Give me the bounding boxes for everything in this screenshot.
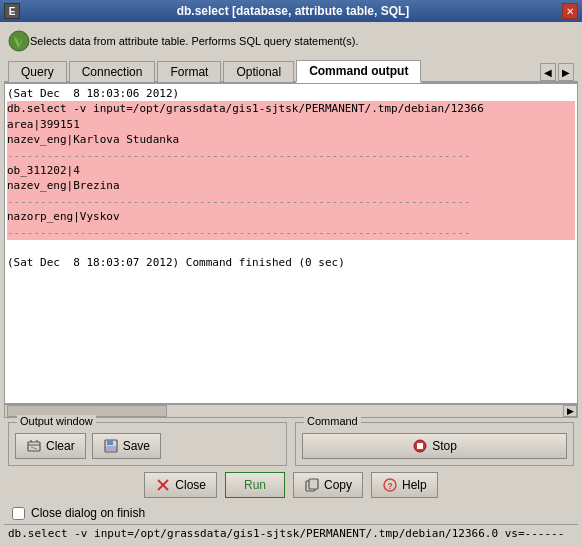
status-bar: db.select -v input=/opt/grassdata/gis1-s… bbox=[4, 524, 578, 542]
help-button[interactable]: ? Help bbox=[371, 472, 438, 498]
save-label: Save bbox=[123, 439, 150, 453]
output-window-label: Output window bbox=[17, 415, 96, 427]
info-bar: Selects data from attribute table. Perfo… bbox=[4, 26, 578, 58]
stop-icon bbox=[412, 438, 428, 454]
output-line: ----------------------------------------… bbox=[7, 148, 575, 163]
tab-next-button[interactable]: ▶ bbox=[558, 63, 574, 81]
help-label: Help bbox=[402, 478, 427, 492]
output-line: nazev_eng|Karlova Studanka bbox=[7, 132, 575, 147]
close-window-button[interactable]: ✕ bbox=[562, 3, 578, 19]
titlebar: E db.select [database, attribute table, … bbox=[0, 0, 582, 22]
close-dialog-label[interactable]: Close dialog on finish bbox=[31, 506, 145, 520]
window-title: db.select [database, attribute table, SQ… bbox=[24, 4, 562, 18]
close-button[interactable]: Close bbox=[144, 472, 217, 498]
copy-label: Copy bbox=[324, 478, 352, 492]
output-line: ob_311202|4 bbox=[7, 163, 575, 178]
clear-icon bbox=[26, 438, 42, 454]
close-dialog-checkbox[interactable] bbox=[12, 507, 25, 520]
output-line: ----------------------------------------… bbox=[7, 225, 575, 240]
tab-query[interactable]: Query bbox=[8, 61, 67, 82]
output-line: nazev_eng|Brezina bbox=[7, 178, 575, 193]
close-label: Close bbox=[175, 478, 206, 492]
svg-text:?: ? bbox=[387, 481, 393, 491]
svg-rect-7 bbox=[107, 440, 113, 445]
info-text: Selects data from attribute table. Perfo… bbox=[30, 35, 359, 47]
output-line: db.select -v input=/opt/grassdata/gis1-s… bbox=[7, 101, 575, 116]
controls-row: Output window Clear bbox=[8, 422, 574, 466]
output-content: (Sat Dec 8 18:03:06 2012) db.select -v i… bbox=[5, 84, 577, 403]
checkbox-row: Close dialog on finish bbox=[8, 504, 574, 522]
close-icon bbox=[155, 477, 171, 493]
tab-optional[interactable]: Optional bbox=[223, 61, 294, 82]
command-label: Command bbox=[304, 415, 361, 427]
svg-rect-8 bbox=[106, 446, 116, 451]
tab-format[interactable]: Format bbox=[157, 61, 221, 82]
app-icon: E bbox=[4, 3, 20, 19]
save-icon bbox=[103, 438, 119, 454]
output-line bbox=[7, 240, 575, 255]
svg-rect-10 bbox=[417, 443, 423, 449]
run-button[interactable]: Run bbox=[225, 472, 285, 498]
svg-rect-1 bbox=[28, 442, 40, 451]
tabs-container: Query Connection Format Optional Command… bbox=[4, 58, 578, 83]
bottom-section: Output window Clear bbox=[4, 418, 578, 524]
tab-nav-buttons: ◀ ▶ bbox=[540, 63, 574, 81]
tab-prev-button[interactable]: ◀ bbox=[540, 63, 556, 81]
stop-button[interactable]: Stop bbox=[302, 433, 567, 459]
scroll-right-button[interactable]: ▶ bbox=[563, 405, 577, 417]
status-text: db.select -v input=/opt/grassdata/gis1-s… bbox=[8, 527, 564, 540]
tab-connection[interactable]: Connection bbox=[69, 61, 156, 82]
svg-rect-14 bbox=[309, 479, 318, 489]
command-group: Command Stop bbox=[295, 422, 574, 466]
output-line: nazorp_eng|Vyskov bbox=[7, 209, 575, 224]
tab-command-output[interactable]: Command output bbox=[296, 60, 421, 83]
copy-icon bbox=[304, 477, 320, 493]
svg-line-5 bbox=[31, 447, 37, 449]
clear-button[interactable]: Clear bbox=[15, 433, 86, 459]
grass-icon bbox=[8, 30, 30, 52]
output-window-group: Output window Clear bbox=[8, 422, 287, 466]
output-line: area|399151 bbox=[7, 117, 575, 132]
help-icon: ? bbox=[382, 477, 398, 493]
copy-button[interactable]: Copy bbox=[293, 472, 363, 498]
save-button[interactable]: Save bbox=[92, 433, 161, 459]
main-container: Selects data from attribute table. Perfo… bbox=[0, 22, 582, 546]
output-panel[interactable]: (Sat Dec 8 18:03:06 2012) db.select -v i… bbox=[4, 83, 578, 404]
action-buttons-row: Close Run Copy ? bbox=[8, 470, 574, 500]
output-line: (Sat Dec 8 18:03:06 2012) bbox=[7, 86, 575, 101]
stop-label: Stop bbox=[432, 439, 457, 453]
output-line: (Sat Dec 8 18:03:07 2012) Command finish… bbox=[7, 255, 575, 270]
output-line: ----------------------------------------… bbox=[7, 194, 575, 209]
run-label: Run bbox=[244, 478, 266, 492]
clear-label: Clear bbox=[46, 439, 75, 453]
